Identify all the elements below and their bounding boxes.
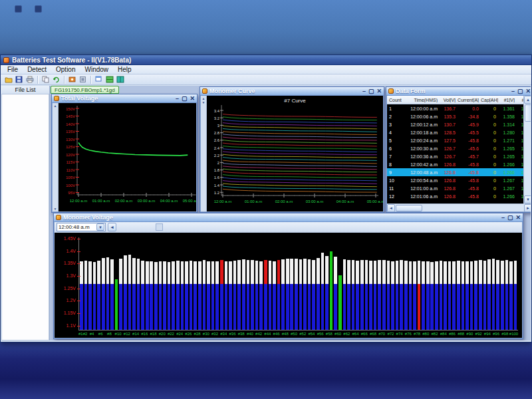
scroll-down-icon[interactable]: ▼ — [54, 207, 57, 211]
close-button[interactable]: ✕ — [376, 88, 382, 94]
spinner-down-icon[interactable]: ▼ — [202, 100, 205, 104]
horizontal-scrollbar[interactable]: ◄ ► — [387, 203, 531, 211]
table-row[interactable]: 712:00:36 a.m126.7-45.701.2651.267 — [387, 152, 523, 160]
minimize-button[interactable]: – — [501, 215, 505, 221]
column-header[interactable]: Vol[V] — [440, 98, 458, 102]
voltage-bar — [469, 237, 474, 330]
table-row[interactable]: 512:00:24 a.m127.5-45.801.2711.273 — [387, 136, 523, 144]
scroll-left-icon[interactable]: ◄ — [387, 204, 395, 211]
table-cell: 12:00:54 a.m — [402, 178, 440, 183]
table-cell: 12:00:36 a.m — [402, 154, 440, 159]
file-list-body[interactable] — [1, 94, 49, 340]
table-row[interactable]: 612:00:30 a.m126.7-45.601.2651.266 — [387, 144, 523, 152]
table-row[interactable]: 212:00:06 a.m135.3-34.801.3581.359 — [387, 112, 523, 120]
column-header[interactable]: Cap[AH] — [481, 98, 498, 102]
voltage-bar — [368, 237, 373, 330]
column-header[interactable]: #2[V] — [517, 98, 523, 102]
minimize-button[interactable]: – — [176, 96, 179, 102]
column-header[interactable]: Time(HMS) — [402, 98, 440, 102]
time-selector-value: 12:00:48 a.m — [57, 224, 96, 230]
desktop-icon[interactable] — [35, 5, 42, 13]
previous-button[interactable]: ◄ — [108, 223, 116, 231]
maximize-button[interactable]: ▢ — [517, 88, 523, 94]
print-icon[interactable] — [25, 75, 34, 84]
table-row[interactable]: 1112:01:00 a.m126.8-45.801.2671.268 — [387, 184, 523, 192]
table-row[interactable]: 1212:01:06 a.m126.8-45.801.2661.268 — [387, 192, 523, 200]
close-button[interactable]: ✕ — [190, 96, 195, 102]
x-axis-label: #52 — [299, 332, 307, 336]
copy-icon[interactable] — [41, 75, 50, 84]
table-cell: 12:00:30 a.m — [402, 146, 440, 151]
toolbar-box[interactable] — [156, 223, 163, 231]
table-row[interactable]: 812:00:42 a.m126.8-45.801.2661.268 — [387, 160, 523, 168]
voltage-bar — [473, 237, 478, 330]
desktop-icon[interactable] — [15, 5, 22, 13]
scroll-up-icon[interactable]: ▲ — [54, 104, 57, 108]
y-axis-label: 1.1V — [55, 323, 77, 328]
table-row[interactable]: 112:00:00 a.m136.70.001.3611.363 — [387, 104, 523, 112]
window-cascade-icon[interactable] — [94, 75, 103, 84]
x-axis-label: #24 — [176, 332, 184, 336]
voltage-bar — [233, 237, 237, 330]
total-voltage-titlebar[interactable]: Total Voltage – ▢ ✕ — [52, 94, 197, 103]
table-row[interactable]: 412:00:18 a.m128.5-45.501.2801.282 — [387, 128, 523, 136]
x-axis-label: #48 — [281, 332, 289, 336]
table-row[interactable]: 912:00:48 a.m126.8-45.801.2661.268 — [387, 168, 523, 176]
save-icon[interactable] — [15, 75, 23, 84]
window-tile-horizontal-icon[interactable] — [105, 75, 114, 84]
x-axis-label: #18 — [149, 332, 158, 336]
menu-option[interactable]: Option — [52, 66, 79, 73]
svg-text:12:00 a.m: 12:00 a.m — [70, 199, 88, 203]
x-axis-label: #58 — [325, 332, 333, 336]
menu-window[interactable]: Window — [81, 66, 113, 73]
app-titlebar[interactable]: Batteries Test Software - II(V1.78Bata) — [1, 55, 531, 65]
svg-text:105V: 105V — [66, 176, 75, 180]
vertical-scrollbar[interactable]: ▲ ▼ — [523, 96, 531, 203]
x-axis-label: #88 — [457, 332, 466, 336]
total-voltage-title: Total Voltage — [61, 95, 174, 102]
close-button[interactable]: ✕ — [515, 215, 521, 221]
scroll-up-icon[interactable]: ▲ — [524, 96, 531, 104]
table-cell: 11 — [387, 186, 402, 191]
table-cell: -45.8 — [458, 178, 481, 183]
close-button[interactable]: ✕ — [525, 88, 531, 94]
scroll-down-icon[interactable]: ▼ — [524, 196, 531, 203]
menu-help[interactable]: Help — [114, 66, 136, 73]
monomer-voltage-titlebar[interactable]: Monomer Voltage – ▢ ✕ — [54, 213, 523, 222]
snapshot-icon[interactable] — [68, 75, 76, 84]
time-selector-combo[interactable]: 12:00:48 a.m ▼ — [57, 223, 106, 231]
column-header[interactable]: Count — [387, 98, 402, 102]
table-row[interactable]: 312:00:12 a.m130.7-45.901.3141.319 — [387, 120, 523, 128]
table-cell: 10 — [387, 178, 402, 183]
column-header[interactable]: Current[A] — [458, 98, 481, 102]
menu-file[interactable]: File — [3, 66, 22, 73]
scroll-right-icon[interactable]: ► — [524, 204, 531, 211]
settings-icon[interactable] — [78, 75, 87, 84]
maximize-button[interactable]: ▢ — [507, 215, 513, 221]
curve-spinner[interactable]: ▲ ▼ — [201, 96, 207, 211]
chevron-down-icon[interactable]: ▼ — [96, 223, 104, 231]
scrollbar-thumb[interactable] — [396, 205, 422, 211]
data-form-titlebar[interactable]: Data Form – ▢ ✕ — [386, 87, 531, 96]
minimize-button[interactable]: – — [511, 88, 515, 94]
voltage-bar — [224, 237, 229, 330]
table-row[interactable]: 1012:00:54 a.m126.8-45.801.2671.268 — [387, 176, 523, 184]
table-cell: 1.268 — [517, 170, 523, 175]
open-icon[interactable] — [4, 75, 13, 84]
maximize-button[interactable]: ▢ — [368, 88, 374, 94]
file-tab[interactable]: FG191750.FBOmp1.*1gd — [51, 86, 119, 94]
table-cell: 128.5 — [440, 130, 458, 135]
scrollbar-thumb[interactable] — [525, 104, 531, 122]
chart-scrollbar[interactable]: ▲ ▼ — [53, 103, 59, 211]
column-header[interactable]: #1[V] — [498, 98, 517, 102]
minimize-button[interactable]: – — [362, 88, 366, 94]
refresh-icon[interactable] — [52, 75, 61, 84]
svg-text:95V: 95V — [68, 191, 75, 195]
monomer-curve-titlebar[interactable]: Monomer Curve – ▢ ✕ — [200, 87, 384, 96]
voltage-bar — [193, 237, 198, 330]
maximize-button[interactable]: ▢ — [182, 96, 188, 102]
table-cell: 1 — [387, 106, 402, 111]
menu-detect[interactable]: Detect — [23, 66, 51, 73]
window-tile-vertical-icon[interactable] — [116, 75, 124, 84]
voltage-bar — [456, 237, 461, 330]
